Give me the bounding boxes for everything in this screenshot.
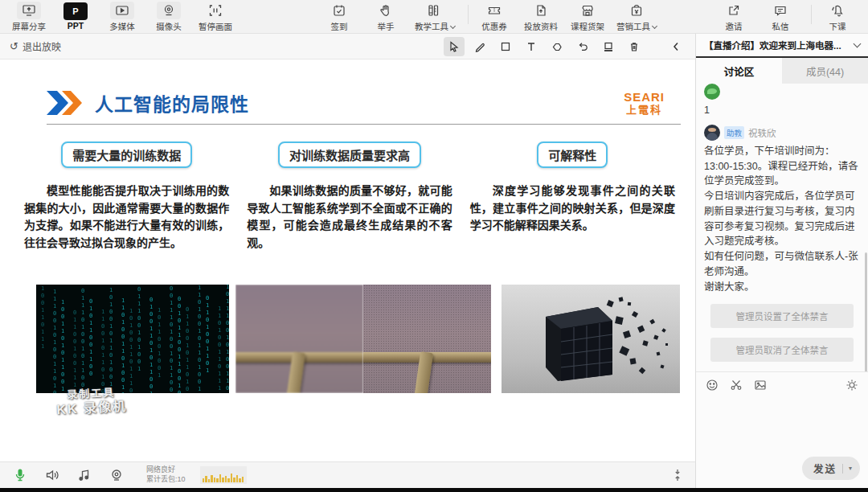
message-text: 如有任何问题，可与微信联系人-张老师沟通。 [704,249,860,280]
speaker-button[interactable] [43,469,61,482]
column-heading: 可解释性 [537,141,608,168]
cut-icon[interactable] [730,379,743,392]
sign-in-label: 签到 [331,20,348,32]
column-heading: 需要大量的训练数据 [61,141,192,168]
materials-icon [529,2,553,19]
camera-icon [157,2,181,19]
gear-icon[interactable] [845,379,858,392]
private-message-label: 私信 [772,20,789,32]
bottom-status-bar: 网络良好 累计丢包:10 [0,461,695,488]
music-button[interactable] [76,469,93,482]
camera-label: 摄像头 [156,20,182,32]
shape-tool-button[interactable] [495,37,516,56]
live-intro-header[interactable]: 【直播介绍】欢迎来到上海电器... [696,34,868,58]
send-options-icon[interactable]: ▾ [849,465,852,472]
end-class-label: 下课 [829,20,846,32]
course-shelf-label: 课程货架 [571,20,604,32]
logo-text-seari: SEARI [624,91,665,103]
send-divider [842,464,843,474]
multimedia-button[interactable]: 多媒体 [104,2,140,32]
logo-text-cn: 上電科 [624,105,665,115]
materials-label: 投放资料 [524,20,558,32]
coupon-button[interactable]: 优惠券 [477,2,512,32]
network-quality-label: 网络良好 [146,465,186,475]
private-message-icon [768,2,792,19]
message-text: 今日培训内容完成后，各位学员可刷新目录进行复习与考核，复习内容可参考复习视频。复… [704,189,860,249]
end-class-button[interactable]: 下课 [820,2,855,32]
course-shelf-button[interactable]: 课程货架 [570,2,605,32]
column-heading: 对训练数据质量要求高 [278,141,421,168]
emoji-icon[interactable] [706,379,719,392]
collapse-toolbar-icon[interactable] [671,469,684,482]
exit-presentation-icon: ↺ [10,40,18,52]
teaching-tools-button[interactable]: 教学工具 [415,2,455,32]
chat-input-area: 发送 ▾ [696,371,868,488]
chat-message-list[interactable]: 1 助教 祝轶欣 各位学员，下午培训时间为：13:00-15:30。课程已经开始… [696,84,868,371]
rope-panel-right [363,285,491,393]
teaching-tools-label: 教学工具 [415,20,455,32]
send-button[interactable]: 发送 ▾ [802,457,860,480]
exit-presentation-button[interactable]: ↺ 退出放映 [10,39,61,53]
sign-in-button[interactable]: 签到 [321,2,357,32]
prev-slide-button[interactable] [665,37,686,56]
pause-frame-label: 暂停画面 [199,20,232,32]
raise-hand-button[interactable]: 举手 [368,2,403,32]
message-textarea[interactable] [696,392,868,440]
presentation-stage: ↺ 退出放映 [0,34,695,488]
slide-columns: 需要大量的训练数据 模型性能能否提升取决于训练用的数据集的大小，因此通常需要大量… [24,141,675,252]
board-tool-button[interactable] [598,37,619,56]
camera-button[interactable]: 摄像头 [151,2,186,32]
invite-button[interactable]: 邀请 [716,2,751,32]
delete-tool-button[interactable] [624,37,645,56]
tab-members[interactable]: 成员(44) [782,58,868,84]
slide-header: 人工智能的局限性 SEARI 上電科 [47,84,679,122]
end-class-icon [825,2,850,19]
rope-panel-left [235,285,363,393]
column-training-data: 需要大量的训练数据 模型性能能否提升取决于训练用的数据集的大小，因此通常需要大量… [24,141,229,252]
coupon-icon [482,2,506,19]
chat-scrollbar[interactable] [865,252,867,371]
chevron-down-icon [450,23,456,28]
raise-hand-label: 举手 [378,20,395,32]
materials-button[interactable]: 投放资料 [523,2,559,32]
column-body: 深度学习能够发现事件之间的关联性，建立事件之间的映射关系，但是深度学习不能解释因… [470,182,675,235]
annotation-toolbar [444,34,712,59]
pen-tool-button[interactable] [469,37,490,56]
raise-hand-icon [374,2,398,19]
cube-image [502,285,680,393]
pause-frame-button[interactable]: 暂停画面 [198,2,233,32]
microphone-button[interactable] [11,468,29,482]
presenter-bar: ↺ 退出放映 [0,34,695,59]
ppt-button[interactable]: P PPT [58,2,93,31]
invite-icon [722,2,746,19]
avatar [704,84,720,100]
chat-tabs: 讨论区 成员(44) [696,58,868,84]
send-label: 发送 [813,461,837,476]
ppt-slide: 人工智能的局限性 SEARI 上電科 需要大量的训练数据 模型性能能否提升取决于… [0,59,695,461]
network-status: 网络良好 累计丢包:10 [146,465,186,484]
text-tool-button[interactable] [521,37,542,56]
message-text: 谢谢大家。 [704,280,860,295]
ppt-icon: P [63,2,88,20]
chevron-down-icon[interactable] [854,40,862,48]
title-underline [47,124,681,125]
webcam-button[interactable] [108,469,125,482]
coupon-label: 优惠券 [481,20,507,32]
teaching-tools-icon [423,2,447,19]
tab-discussion[interactable]: 讨论区 [696,58,782,84]
eraser-tool-button[interactable] [547,37,567,56]
marketing-tools-button[interactable]: 营销工具 [616,2,657,32]
rope-image [235,285,491,393]
private-message-button[interactable]: 私信 [763,2,798,32]
assistant-badge: 助教 [724,126,744,139]
packet-loss-label: 累计丢包:10 [146,475,186,485]
screen-share-button[interactable]: 屏幕分享 [11,2,47,32]
message-text: 各位学员，下午培训时间为：13:00-15:30。课程已经开始，请各位学员完成签… [704,144,860,189]
top-toolbar: 屏幕分享 P PPT 多媒体 摄像头 [0,0,868,34]
column-body: 模型性能能否提升取决于训练用的数据集的大小，因此通常需要大量的数据作为支撑。如果… [24,182,229,252]
chevron-down-icon [652,23,657,28]
undo-tool-button[interactable] [572,37,593,56]
cursor-tool-button[interactable] [444,37,465,56]
marketing-tools-label: 营销工具 [616,20,657,32]
image-icon[interactable] [754,379,767,392]
